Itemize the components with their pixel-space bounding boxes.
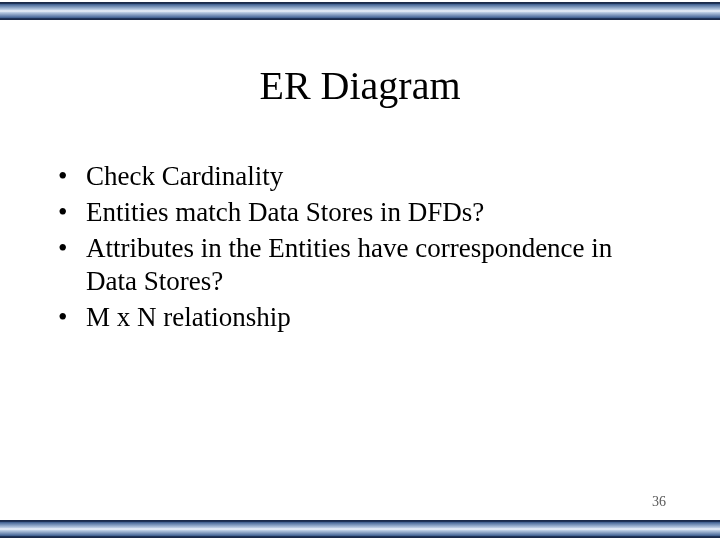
bullet-text: M x N relationship xyxy=(86,301,662,335)
list-item: • Attributes in the Entities have corres… xyxy=(58,232,662,300)
bottom-divider-bar xyxy=(0,520,720,538)
bullet-icon: • xyxy=(58,301,86,335)
list-item: • M x N relationship xyxy=(58,301,662,335)
list-item: • Entities match Data Stores in DFDs? xyxy=(58,196,662,230)
slide-content: • Check Cardinality • Entities match Dat… xyxy=(58,160,662,337)
bullet-text: Entities match Data Stores in DFDs? xyxy=(86,196,662,230)
top-divider-bar xyxy=(0,2,720,20)
bullet-text: Attributes in the Entities have correspo… xyxy=(86,232,662,300)
list-item: • Check Cardinality xyxy=(58,160,662,194)
bullet-icon: • xyxy=(58,232,86,300)
bullet-icon: • xyxy=(58,196,86,230)
slide-title: ER Diagram xyxy=(0,62,720,109)
bullet-text: Check Cardinality xyxy=(86,160,662,194)
page-number: 36 xyxy=(652,494,666,510)
bullet-icon: • xyxy=(58,160,86,194)
